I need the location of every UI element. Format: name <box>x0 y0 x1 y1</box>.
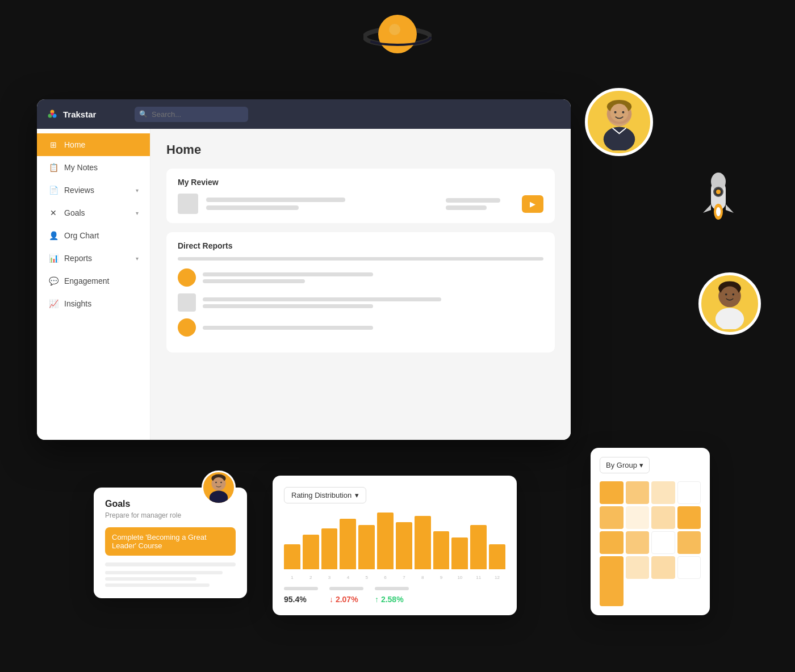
bygroup-dropdown[interactable]: By Group ▾ <box>600 457 650 473</box>
report-lines-1 <box>203 272 543 283</box>
direct-reports-card: Direct Reports <box>166 232 555 352</box>
sidebar-label-goals: Goals <box>64 208 85 217</box>
goals-card-avatar <box>202 471 236 505</box>
svg-point-18 <box>603 127 634 150</box>
heatmap-cell-13 <box>600 556 624 606</box>
goals-desc-1 <box>105 571 223 574</box>
sidebar-item-goals[interactable]: ✕ Goals ▾ <box>37 201 150 224</box>
chart-label-6: 7 <box>396 575 412 580</box>
direct-reports-title: Direct Reports <box>178 241 543 250</box>
bar-4 <box>358 525 375 569</box>
chevron-reports: ▾ <box>136 255 139 262</box>
rating-dropdown-arrow: ▾ <box>355 491 359 499</box>
insights-icon: 📈 <box>48 299 58 309</box>
sidebar-item-org-chart[interactable]: 👤 Org Chart <box>37 224 150 247</box>
chart-label-9: 10 <box>451 575 468 580</box>
bar-6 <box>396 522 412 569</box>
chevron-goals: ▾ <box>136 210 139 216</box>
svg-marker-8 <box>703 204 711 213</box>
svg-point-24 <box>716 308 744 329</box>
avatar-dark <box>698 272 761 335</box>
sidebar-item-engagement[interactable]: 💬 Engagement <box>37 270 150 292</box>
sidebar-item-my-notes[interactable]: 📋 My Notes <box>37 156 150 179</box>
app-body: ⊞ Home 📋 My Notes 📄 Reviews ▾ ✕ Goals ▾ … <box>37 129 571 440</box>
goals-desc-3 <box>105 583 210 587</box>
search-wrapper[interactable]: 🔍 <box>135 107 248 122</box>
sidebar: ⊞ Home 📋 My Notes 📄 Reviews ▾ ✕ Goals ▾ … <box>37 129 150 440</box>
review-meta-line-2 <box>446 205 487 210</box>
report-avatar-2 <box>178 293 196 312</box>
sidebar-label-engagement: Engagement <box>64 276 109 285</box>
goals-desc-2 <box>105 577 196 581</box>
svg-point-11 <box>716 207 721 216</box>
grid-icon: ⊞ <box>48 140 58 150</box>
chart-label-5: 6 <box>377 575 394 580</box>
sidebar-label-my-notes: My Notes <box>64 163 98 172</box>
heatmap-cell-12 <box>677 531 701 554</box>
heatmap-cell-2 <box>626 481 650 504</box>
report-lines-3 <box>203 326 543 330</box>
rocket-icon <box>693 170 744 227</box>
bar-10 <box>470 525 487 569</box>
sidebar-item-reviews[interactable]: 📄 Reviews ▾ <box>37 179 150 201</box>
org-icon: 👤 <box>48 230 58 241</box>
chart-label-8: 9 <box>433 575 450 580</box>
sidebar-label-org: Org Chart <box>64 231 99 240</box>
svg-point-33 <box>220 482 222 484</box>
review-line-1 <box>206 198 345 202</box>
report-row-2 <box>178 293 543 312</box>
svg-point-2 <box>389 24 400 35</box>
stat-value-up: ↑ 2.58% <box>375 595 409 604</box>
app-window: Trakstar 🔍 ⊞ Home 📋 My Notes 📄 Reviews ▾ <box>37 99 571 440</box>
report-lines-2 <box>203 297 543 308</box>
heatmap-cell-15 <box>651 556 675 579</box>
review-meta-line-1 <box>446 198 500 203</box>
heatmap-cell-14 <box>626 556 650 579</box>
heatmap-cell-5 <box>600 506 624 529</box>
svg-point-22 <box>725 293 727 296</box>
heatmap-cell-9 <box>600 531 624 554</box>
review-button[interactable]: ▶ <box>522 195 543 213</box>
goals-desc-lines <box>105 571 236 587</box>
bar-9 <box>451 537 468 569</box>
svg-point-31 <box>212 477 225 490</box>
bar-chart <box>284 513 505 569</box>
rating-dropdown-label: Rating Distribution <box>291 491 352 499</box>
bar-8 <box>433 531 450 569</box>
sidebar-item-home[interactable]: ⊞ Home <box>37 133 150 156</box>
search-input[interactable] <box>135 107 248 122</box>
rating-distribution-dropdown[interactable]: Rating Distribution ▾ <box>284 487 366 503</box>
goals-goal-item[interactable]: Complete 'Becoming a Great Leader' Cours… <box>105 527 236 556</box>
report-line-3a <box>203 326 373 330</box>
top-bar: Trakstar 🔍 <box>37 99 571 129</box>
sidebar-item-reports[interactable]: 📊 Reports ▾ <box>37 247 150 270</box>
review-icon: 📄 <box>48 185 58 195</box>
heatmap-cell-11 <box>651 531 675 554</box>
bar-7 <box>415 516 431 569</box>
report-avatar-3 <box>178 318 196 337</box>
heatmap-cell-3 <box>651 481 675 504</box>
app-logo-text: Trakstar <box>63 110 96 119</box>
stat-group-3: ↑ 2.58% <box>375 587 409 604</box>
stat-group-1: 95.4% <box>284 587 318 604</box>
sidebar-label-reviews: Reviews <box>64 186 94 195</box>
svg-point-21 <box>721 286 739 304</box>
stat-value-main: 95.4% <box>284 595 318 604</box>
heatmap-cell-10 <box>626 531 650 554</box>
sidebar-label-reports: Reports <box>64 254 92 263</box>
heatmap-cell-16 <box>677 556 701 579</box>
svg-marker-9 <box>726 204 734 213</box>
chart-label-7: 8 <box>415 575 431 580</box>
page-title: Home <box>166 142 555 157</box>
report-line-2a <box>203 297 441 301</box>
svg-point-23 <box>733 293 735 296</box>
chart-label-3: 4 <box>340 575 356 580</box>
review-thumbnail <box>178 194 198 214</box>
sidebar-item-insights[interactable]: 📈 Insights <box>37 292 150 315</box>
my-review-card: My Review ▶ <box>166 169 555 223</box>
bygroup-dropdown-arrow: ▾ <box>639 461 643 469</box>
review-text-group <box>206 198 438 210</box>
chart-label-1: 2 <box>303 575 319 580</box>
heatmap-cell-4 <box>677 481 701 504</box>
bar-2 <box>321 528 338 569</box>
